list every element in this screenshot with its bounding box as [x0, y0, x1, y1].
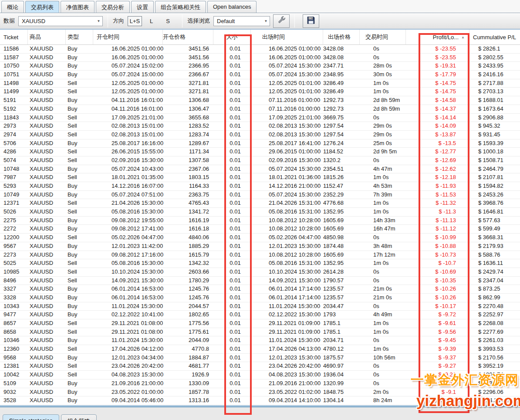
symbol-select[interactable]: XAUUSD ▼	[18, 16, 103, 26]
bottom-tab-portfolio-strategy[interactable]: 组合策略	[61, 414, 97, 420]
col-header-symbol[interactable]: 商品	[28, 30, 66, 44]
col-header-close-time[interactable]: 出场时间	[251, 30, 323, 44]
table-row[interactable]: 5192XAUUSDBuy04.11.2016 16:01:001306.470…	[0, 105, 520, 114]
col-header-open-time[interactable]: 开仓时间	[93, 30, 163, 44]
cell-close-price: 2614.28	[323, 268, 360, 276]
cell-symbol: XAUUSD	[28, 345, 66, 353]
col-header-size[interactable]: 大小	[213, 30, 251, 44]
table-row[interactable]: 3328XAUUSDBuy06.01.2014 16:53:001245.760…	[0, 294, 520, 302]
col-header-profit-loss[interactable]: Profit/Lo... ▲	[406, 30, 469, 44]
col-header-cumulative-pl[interactable]: Cummulative P/L	[469, 30, 520, 44]
table-row[interactable]: 12360XAUUSDSell17.04.2026 04:12:004770.8…	[0, 345, 520, 354]
cell-open-time: 06.01.2014 16:53:00	[93, 285, 163, 293]
table-row[interactable]: 9567XAUUSDBuy12.01.2023 11:42:001885.290…	[0, 242, 520, 251]
view-select[interactable]: Default ▼	[213, 16, 270, 26]
table-row[interactable]: 10042XAUUSDSell04.08.2023 15:30:001926.9…	[0, 371, 520, 379]
cell-close-price: 4780.12	[323, 345, 360, 353]
tab-open-balances[interactable]: Open balances	[207, 1, 257, 13]
table-row[interactable]: 4286XAUUSDSell26.06.2015 15:55:001171.34…	[0, 148, 520, 156]
table-row[interactable]: 9568XAUUSDBuy12.01.2023 04:34:001884.870…	[0, 354, 520, 362]
table-row[interactable]: 11586XAUUSDBuy16.06.2025 01:00:003451.56…	[0, 45, 520, 54]
cell-duration: 0s	[360, 379, 406, 388]
col-header-open-price[interactable]: 开仓价格	[163, 30, 213, 44]
cell-close-price: 1304.14	[323, 396, 360, 405]
cell-profit: $ -13.87	[406, 131, 469, 139]
table-row[interactable]: 5074XAUUSDSell02.09.2016 15:30:001307.58…	[0, 156, 520, 165]
cell-open-price: 1616.19	[163, 217, 213, 225]
table-row[interactable]: 2275XAUUSDBuy09.08.2012 19:55:001616.190…	[0, 217, 520, 225]
table-row[interactable]: 12371XAUUSDSell21.04.2026 15:30:004765.4…	[0, 199, 520, 208]
table-row[interactable]: 5026XAUUSDSell05.08.2016 15:30:001341.72…	[0, 208, 520, 217]
cell-open-price: 1330.09	[163, 379, 213, 388]
table-row[interactable]: 5706XAUUSDBuy25.08.2017 16:16:001289.670…	[0, 139, 520, 148]
table-row[interactable]: 2974XAUUSDSell02.08.2013 15:01:001283.74…	[0, 131, 520, 139]
col-header-close-price[interactable]: 出场价格	[323, 30, 360, 44]
cell-ticket: 5025	[0, 259, 28, 268]
table-row[interactable]: 9032XAUUSDBuy23.05.2022 01:00:001857.780…	[0, 388, 520, 397]
cell-cumulative: $ 945.32	[469, 122, 520, 130]
table-row[interactable]: 3528XAUUSDBuy09.04.2014 05:46:001313.160…	[0, 396, 520, 405]
table-row[interactable]: 12381XAUUSDSell23.04.2026 20:42:004681.7…	[0, 362, 520, 371]
table-row[interactable]: 5293XAUUSDBuy14.12.2016 16:07:001164.330…	[0, 182, 520, 191]
table-row[interactable]: 10343XAUUSDBuy11.01.2024 15:30:002044.57…	[0, 302, 520, 311]
table-row[interactable]: 11498XAUUSDSell12.05.2025 01:00:003271.8…	[0, 79, 520, 88]
table-row[interactable]: 10750XAUUSDBuy05.07.2024 15:02:002366.95…	[0, 62, 520, 71]
cell-duration: 21m 0s	[360, 285, 406, 293]
table-row[interactable]: 10748XAUUSDBuy05.07.2024 10:43:002367.06…	[0, 165, 520, 174]
table-row[interactable]: 10346XAUUSDBuy11.01.2024 15:30:002044.09…	[0, 336, 520, 345]
table-row[interactable]: 10985XAUUSDSell10.10.2024 15:30:002603.6…	[0, 268, 520, 277]
table-row[interactable]: 5109XAUUSDBuy21.09.2016 21:00:001330.090…	[0, 379, 520, 388]
table-row[interactable]: 11587XAUUSDBuy16.06.2025 01:00:003451.56…	[0, 54, 520, 62]
table-row[interactable]: 2973XAUUSDSell02.08.2013 15:01:001283.52…	[0, 122, 520, 131]
cell-duration: 1m 0s	[360, 328, 406, 336]
tab-trade-list[interactable]: 交易列表	[25, 1, 59, 13]
table-row[interactable]: 10749XAUUSDBuy05.07.2024 07:51:002363.75…	[0, 191, 520, 200]
cell-type: Sell	[66, 122, 93, 130]
direction-option-long[interactable]: L	[144, 17, 159, 26]
table-row[interactable]: 2272XAUUSDBuy09.08.2012 17:41:001616.180…	[0, 225, 520, 234]
table-row[interactable]: 11499XAUUSDSell12.05.2025 01:00:003271.8…	[0, 88, 520, 96]
cell-size: 0.01	[213, 54, 251, 62]
cell-ticket: 9032	[0, 388, 28, 396]
tab-settings[interactable]: 设置	[131, 1, 154, 13]
table-row[interactable]: 9477XAUUSDBuy02.12.2022 10:41:001802.650…	[0, 311, 520, 319]
col-header-ticket[interactable]: Ticket	[0, 30, 28, 44]
table-row[interactable]: 8496XAUUSDSell14.09.2021 15:30:001780.29…	[0, 277, 520, 285]
svg-text:CSV: CSV	[309, 17, 314, 20]
tab-portfolio-correlation[interactable]: 组合策略相关性	[155, 1, 206, 13]
cell-symbol: XAUUSD	[28, 328, 66, 336]
table-row[interactable]: 8658XAUUSDSell29.11.2021 01:08:001775.61…	[0, 328, 520, 337]
table-row[interactable]: 7987XAUUSDSell18.01.2021 01:35:001803.15…	[0, 173, 520, 182]
cell-type: Sell	[66, 268, 93, 276]
direction-option-short[interactable]: S	[161, 17, 175, 26]
cell-close-time: 12.01.2023 15:30:00	[251, 354, 323, 362]
cell-duration: 28m 0s	[360, 62, 406, 70]
bottom-tab-simple-strategies[interactable]: Simple strategies	[3, 414, 59, 420]
tab-equity-chart[interactable]: 净值图表	[61, 1, 95, 13]
cell-open-price: 1802.65	[163, 311, 213, 319]
table-row[interactable]: 3327XAUUSDBuy06.01.2014 16:53:001245.760…	[0, 285, 520, 294]
cell-profit: $ -19.31	[406, 62, 469, 70]
cell-type: Buy	[66, 71, 93, 79]
table-row[interactable]: 5191XAUUSDBuy04.11.2016 16:01:001306.680…	[0, 96, 520, 105]
table-row[interactable]: 2273XAUUSDBuy09.08.2012 17:16:001615.790…	[0, 251, 520, 260]
table-row[interactable]: 11843XAUUSDSell17.09.2025 21:01:003655.6…	[0, 114, 520, 122]
cell-profit: $ -14.09	[406, 122, 469, 130]
cell-ticket: 9567	[0, 242, 28, 251]
table-row[interactable]: 10751XAUUSDBuy05.07.2024 15:00:002366.67…	[0, 71, 520, 79]
direction-option-long-short[interactable]: L+S	[128, 16, 142, 26]
settings-wrench-button[interactable]	[273, 14, 290, 28]
tab-trade-analysis[interactable]: 交易分析	[96, 1, 130, 13]
col-header-duration[interactable]: 交易时间	[360, 30, 406, 44]
cell-cumulative: $ 599.49	[469, 225, 520, 233]
table-row[interactable]: 8657XAUUSDSell29.11.2021 01:08:001775.56…	[0, 319, 520, 328]
export-csv-button[interactable]: CSV	[303, 14, 319, 28]
tab-overview[interactable]: 概论	[1, 1, 24, 13]
cell-close-price: 1320.99	[323, 379, 360, 388]
cell-close-price: 1184.52	[323, 148, 360, 156]
cell-type: Buy	[66, 62, 93, 70]
table-row[interactable]: 5025XAUUSDSell05.08.2016 15:30:001342.32…	[0, 259, 520, 268]
col-header-type[interactable]: 类型	[66, 30, 93, 44]
cell-close-price: 2034.47	[323, 302, 360, 311]
table-row[interactable]: 12200XAUUSDSell05.02.2026 04:47:004840.0…	[0, 234, 520, 242]
